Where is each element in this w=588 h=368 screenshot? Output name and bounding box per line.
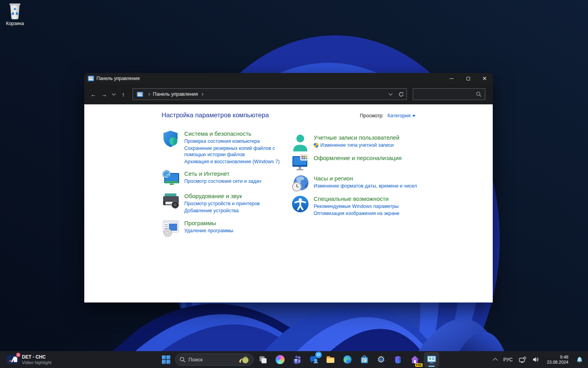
control-panel-window: Панель управления ✕ ← → ↑ Панель управле… — [84, 73, 493, 302]
link-devices-printers[interactable]: Просмотр устройств и принтеров — [184, 201, 291, 207]
settings-button[interactable]: ⚙ — [374, 352, 388, 367]
language-indicator[interactable]: РУС — [501, 352, 515, 367]
globe-clock-icon[interactable] — [291, 174, 310, 193]
control-panel-icon — [88, 76, 94, 81]
notification-bell-icon — [576, 356, 583, 363]
clock-tray-button[interactable]: 9:48 23.08.2024 — [543, 352, 572, 367]
volume-icon — [532, 357, 539, 363]
category-ease-of-access: Специальные возможности Рекомендуемые Wi… — [291, 195, 421, 218]
breadcrumb-root[interactable]: Панель управления — [153, 91, 198, 97]
taskbar: 1 DET - CHC Video highlight — [0, 351, 588, 368]
maximize-button[interactable] — [460, 73, 476, 84]
view-by-control: Просмотр: Категория — [360, 113, 416, 118]
network-monitor-icon[interactable] — [162, 169, 180, 188]
breadcrumb-separator[interactable] — [201, 93, 203, 95]
control-panel-taskbar-button[interactable] — [424, 352, 439, 367]
link-security-status[interactable]: Проверка состояния компьютера — [184, 138, 291, 144]
forward-button[interactable]: → — [99, 89, 109, 100]
chevron-up-icon — [493, 358, 498, 363]
task-view-icon — [259, 355, 267, 364]
category-user-accounts: Учетные записи пользователей — [291, 133, 421, 152]
home-preview-button[interactable]: PRE — [407, 352, 422, 367]
windows-start-icon — [162, 355, 171, 364]
search-icon — [180, 357, 185, 363]
start-button[interactable] — [158, 352, 173, 367]
navigation-bar: ← → ↑ Панель управления — [84, 84, 493, 104]
back-button[interactable]: ← — [88, 89, 99, 100]
category-title-appearance[interactable]: Оформление и персонализация — [314, 155, 420, 161]
mlb-widget-icon: 1 — [7, 355, 19, 364]
link-optimize-display[interactable]: Оптимизация изображения на экране — [314, 211, 420, 217]
teams-icon — [292, 355, 301, 364]
widget-subtitle: Video highlight — [22, 360, 51, 365]
taskbar-search-placeholder: Поиск — [189, 357, 234, 363]
preview-badge: PRE — [415, 363, 423, 367]
control-panel-taskbar-icon — [427, 355, 436, 364]
widget-title: DET - CHC — [22, 354, 51, 360]
category-title-hardware[interactable]: Оборудование и звук — [184, 193, 291, 199]
up-button[interactable]: ↑ — [118, 89, 129, 100]
teams-button[interactable] — [289, 352, 304, 367]
personalization-monitor-icon[interactable] — [291, 154, 310, 173]
view-by-caret-icon[interactable] — [412, 115, 416, 117]
category-title-network[interactable]: Сеть и Интернет — [184, 170, 291, 177]
category-programs: Программы Удаление программы — [162, 219, 292, 238]
category-title-clock-region[interactable]: Часы и регион — [314, 175, 420, 182]
link-change-account-type[interactable]: Изменение типа учетной записи — [314, 142, 420, 148]
printer-icon[interactable] — [162, 192, 180, 211]
category-network-internet: Сеть и Интернет Просмотр состояния сети … — [162, 169, 292, 188]
chat-button[interactable]: 37 — [306, 352, 321, 367]
chat-unread-badge: 37 — [315, 352, 322, 358]
file-explorer-button[interactable] — [323, 352, 338, 367]
task-view-button[interactable] — [256, 352, 270, 367]
link-change-formats[interactable]: Изменение форматов даты, времени и чисел — [314, 183, 420, 189]
recent-pages-chevron[interactable] — [109, 89, 118, 100]
link-recommended-settings[interactable]: Рекомендуемые Windows параметры — [314, 204, 420, 210]
copilot-button[interactable] — [272, 352, 287, 367]
link-backup-restore[interactable]: Архивация и восстановление (Windows 7) — [184, 159, 291, 165]
category-title-programs[interactable]: Программы — [184, 220, 291, 226]
link-add-device[interactable]: Добавление устройства — [184, 208, 291, 214]
network-icon — [519, 357, 526, 363]
address-dropdown-chevron[interactable] — [389, 91, 393, 95]
shield-icon[interactable] — [162, 129, 180, 148]
edge-button[interactable] — [340, 352, 355, 367]
taskbar-search-box[interactable]: Поиск — [175, 353, 254, 366]
category-title-ease-of-access[interactable]: Специальные возможности — [314, 195, 420, 202]
recycle-bin-shortcut[interactable]: Корзина — [2, 2, 27, 26]
refresh-icon[interactable] — [398, 91, 404, 97]
network-tray-button[interactable] — [517, 352, 528, 367]
active-app-indicator — [428, 366, 435, 367]
category-title-system-security[interactable]: Система и безопасность — [184, 130, 291, 137]
widgets-button[interactable]: 1 DET - CHC Video highlight — [4, 351, 54, 368]
address-bar[interactable]: Панель управления — [132, 88, 407, 100]
user-silhouette-icon[interactable] — [291, 133, 310, 152]
search-icon — [476, 91, 481, 97]
notifications-button[interactable] — [574, 352, 585, 367]
window-title: Панель управления — [96, 76, 140, 81]
category-system-security: Система и безопасность Проверка состояни… — [162, 129, 292, 166]
window-search-input[interactable] — [413, 88, 485, 100]
category-title-user-accounts[interactable]: Учетные записи пользователей — [314, 134, 420, 141]
volume-tray-button[interactable] — [530, 352, 541, 367]
control-panel-content: Настройка параметров компьютера Просмотр… — [84, 104, 493, 302]
breadcrumb-separator[interactable] — [147, 93, 150, 95]
copilot-icon — [276, 355, 285, 364]
recycle-bin-icon — [7, 2, 23, 20]
store-button[interactable] — [357, 352, 372, 367]
window-titlebar[interactable]: Панель управления ✕ — [84, 73, 493, 84]
close-button[interactable]: ✕ — [476, 73, 493, 84]
hidden-icons-button[interactable] — [492, 352, 499, 367]
link-uninstall-program[interactable]: Удаление программы — [184, 228, 291, 234]
view-by-value[interactable]: Категория — [388, 113, 410, 118]
category-clock-region: Часы и регион Изменение форматов даты, в… — [291, 174, 421, 193]
store-icon — [360, 355, 369, 364]
minimize-button[interactable] — [443, 73, 460, 84]
programs-window-icon[interactable] — [162, 219, 180, 238]
microsoft-365-button[interactable] — [390, 352, 405, 367]
link-network-status[interactable]: Просмотр состояния сети и задач — [184, 179, 291, 184]
link-file-history[interactable]: Сохранение резервных копий файлов с помо… — [184, 146, 291, 158]
search-highlight-melon-icon — [238, 356, 249, 364]
uac-shield-icon — [314, 143, 319, 148]
accessibility-person-icon[interactable] — [291, 195, 310, 213]
